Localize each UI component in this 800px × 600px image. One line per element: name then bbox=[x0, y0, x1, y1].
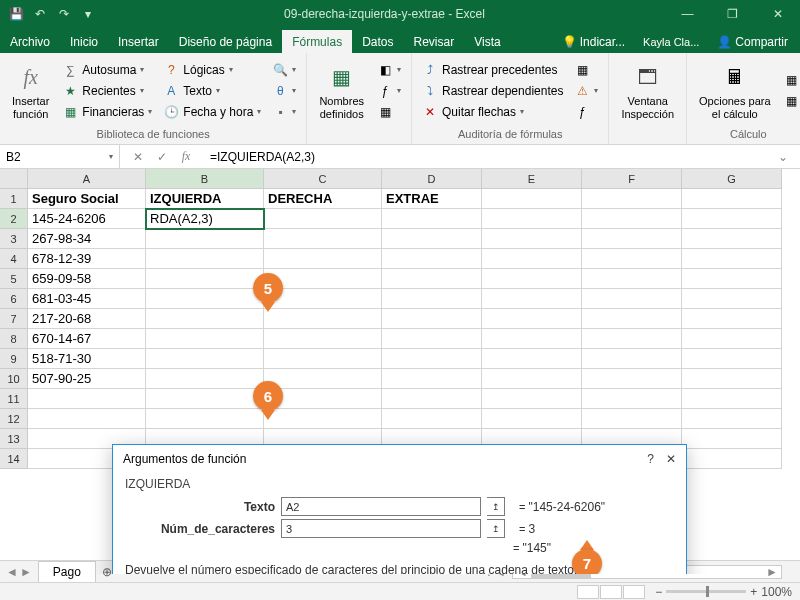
cell[interactable] bbox=[146, 269, 264, 289]
insert-function-button[interactable]: fx Insertar función bbox=[6, 55, 55, 126]
arg2-input[interactable]: 3 bbox=[281, 519, 481, 538]
cell[interactable] bbox=[382, 409, 482, 429]
row-header[interactable]: 5 bbox=[0, 269, 28, 289]
cell[interactable] bbox=[382, 269, 482, 289]
undo-icon[interactable]: ↶ bbox=[32, 6, 48, 22]
cell[interactable] bbox=[28, 389, 146, 409]
cell[interactable] bbox=[382, 289, 482, 309]
tab-datos[interactable]: Datos bbox=[352, 30, 403, 53]
cell[interactable] bbox=[28, 409, 146, 429]
col-header[interactable]: C bbox=[264, 169, 382, 189]
expand-formula-icon[interactable]: ⌄ bbox=[772, 150, 794, 164]
arg2-ref-icon[interactable]: ↥ bbox=[487, 519, 505, 538]
cell[interactable] bbox=[146, 329, 264, 349]
cell[interactable]: 267-98-34 bbox=[28, 229, 146, 249]
zoom-level[interactable]: 100% bbox=[761, 585, 792, 599]
cell[interactable] bbox=[482, 329, 582, 349]
cell[interactable] bbox=[482, 229, 582, 249]
cell[interactable] bbox=[482, 409, 582, 429]
col-header[interactable]: B bbox=[146, 169, 264, 189]
tab-revisar[interactable]: Revisar bbox=[404, 30, 465, 53]
defined-names-button[interactable]: ▦ Nombres definidos bbox=[313, 55, 370, 126]
define-name-button[interactable]: ◧▾ bbox=[373, 60, 405, 80]
financial-button[interactable]: ▦Financieras▾ bbox=[58, 102, 156, 122]
cell[interactable] bbox=[146, 389, 264, 409]
user-account[interactable]: Kayla Cla... bbox=[637, 32, 705, 52]
cell[interactable] bbox=[582, 369, 682, 389]
cell[interactable] bbox=[582, 349, 682, 369]
normal-view-button[interactable] bbox=[577, 585, 599, 599]
cell[interactable]: 518-71-30 bbox=[28, 349, 146, 369]
row-header[interactable]: 6 bbox=[0, 289, 28, 309]
cell[interactable] bbox=[264, 349, 382, 369]
cell[interactable] bbox=[482, 189, 582, 209]
text-button[interactable]: ATexto▾ bbox=[159, 81, 265, 101]
cell[interactable] bbox=[582, 209, 682, 229]
cell[interactable] bbox=[382, 329, 482, 349]
arg1-input[interactable]: A2 bbox=[281, 497, 481, 516]
arg1-ref-icon[interactable]: ↥ bbox=[487, 497, 505, 516]
tab-insertar[interactable]: Insertar bbox=[108, 30, 169, 53]
cell[interactable] bbox=[482, 309, 582, 329]
more-button[interactable]: ▪▾ bbox=[268, 102, 300, 122]
cell[interactable] bbox=[682, 329, 782, 349]
date-button[interactable]: 🕒Fecha y hora▾ bbox=[159, 102, 265, 122]
row-header[interactable]: 11 bbox=[0, 389, 28, 409]
cell[interactable] bbox=[146, 309, 264, 329]
cell[interactable] bbox=[264, 329, 382, 349]
cell[interactable] bbox=[382, 229, 482, 249]
accept-formula-icon[interactable]: ✓ bbox=[152, 150, 172, 164]
cell[interactable] bbox=[146, 409, 264, 429]
cell[interactable] bbox=[146, 349, 264, 369]
row-header[interactable]: 2 bbox=[0, 209, 28, 229]
cancel-formula-icon[interactable]: ✕ bbox=[128, 150, 148, 164]
cell[interactable] bbox=[582, 329, 682, 349]
cell[interactable] bbox=[382, 209, 482, 229]
row-header[interactable]: 14 bbox=[0, 449, 28, 469]
row-header[interactable]: 1 bbox=[0, 189, 28, 209]
zoom-slider[interactable] bbox=[666, 590, 746, 593]
cell[interactable]: IZQUIERDA bbox=[146, 189, 264, 209]
cell[interactable] bbox=[582, 269, 682, 289]
show-formulas-button[interactable]: ▦ bbox=[570, 60, 602, 80]
cell[interactable] bbox=[682, 269, 782, 289]
cell[interactable] bbox=[682, 309, 782, 329]
cell[interactable] bbox=[146, 369, 264, 389]
cell[interactable] bbox=[482, 389, 582, 409]
calc-options-button[interactable]: 🖩 Opciones para el cálculo bbox=[693, 55, 777, 126]
cell[interactable] bbox=[682, 289, 782, 309]
tab-inicio[interactable]: Inicio bbox=[60, 30, 108, 53]
cell[interactable]: 217-20-68 bbox=[28, 309, 146, 329]
cell[interactable] bbox=[682, 249, 782, 269]
zoom-out-button[interactable]: − bbox=[655, 585, 662, 599]
cell[interactable]: Seguro Social bbox=[28, 189, 146, 209]
select-all[interactable] bbox=[0, 169, 28, 189]
dialog-help-icon[interactable]: ? bbox=[647, 452, 654, 466]
cell[interactable] bbox=[482, 369, 582, 389]
cell[interactable] bbox=[264, 229, 382, 249]
logical-button[interactable]: ?Lógicas▾ bbox=[159, 60, 265, 80]
row-header[interactable]: 12 bbox=[0, 409, 28, 429]
use-name-button[interactable]: ƒ▾ bbox=[373, 81, 405, 101]
cell[interactable] bbox=[582, 309, 682, 329]
zoom-in-button[interactable]: + bbox=[750, 585, 757, 599]
tab-formulas[interactable]: Fórmulas bbox=[282, 30, 352, 53]
tell-me[interactable]: 💡Indicar... bbox=[556, 31, 631, 53]
calc-now-button[interactable]: ▦ bbox=[780, 70, 800, 90]
cell[interactable] bbox=[482, 209, 582, 229]
cell[interactable] bbox=[582, 409, 682, 429]
cell[interactable] bbox=[682, 349, 782, 369]
calc-sheet-button[interactable]: ▦ bbox=[780, 91, 800, 111]
row-header[interactable]: 13 bbox=[0, 429, 28, 449]
worksheet[interactable]: ABCDEFG1Seguro SocialIZQUIERDADERECHAEXT… bbox=[0, 169, 800, 574]
cell[interactable] bbox=[146, 229, 264, 249]
lookup-button[interactable]: 🔍▾ bbox=[268, 60, 300, 80]
row-header[interactable]: 9 bbox=[0, 349, 28, 369]
evaluate-button[interactable]: ƒ bbox=[570, 102, 602, 122]
autosum-button[interactable]: ∑Autosuma▾ bbox=[58, 60, 156, 80]
cell[interactable] bbox=[482, 249, 582, 269]
cell[interactable] bbox=[682, 209, 782, 229]
cell[interactable] bbox=[682, 409, 782, 429]
tab-nav-next-icon[interactable]: ► bbox=[20, 565, 32, 579]
minimize-button[interactable]: — bbox=[665, 0, 710, 28]
